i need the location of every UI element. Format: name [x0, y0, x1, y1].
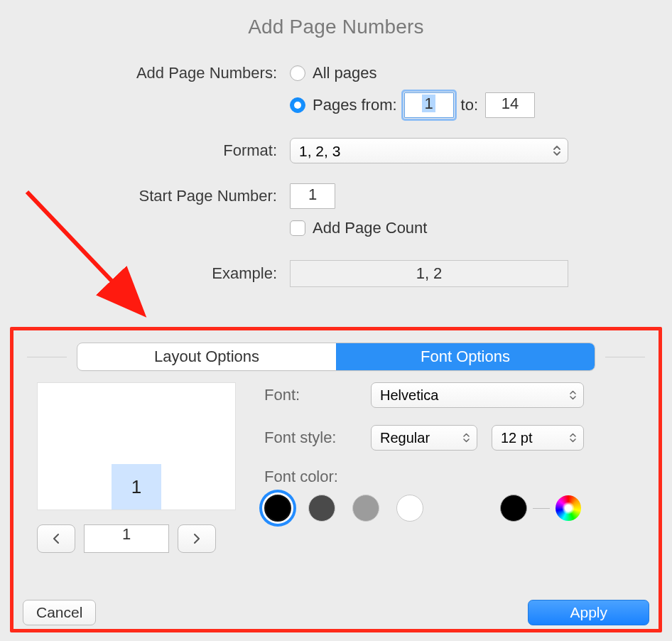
scope-label: Add Page Numbers: — [20, 64, 290, 82]
radio-all-pages-label: All pages — [313, 64, 377, 82]
startnum-label: Start Page Number: — [20, 187, 290, 205]
dialog-title: Add Page Numbers — [20, 16, 652, 38]
pages-to-input[interactable]: 14 — [485, 92, 535, 118]
start-number-input[interactable]: 1 — [290, 183, 335, 209]
format-select[interactable]: 1, 2, 3 — [290, 138, 568, 163]
format-label: Format: — [20, 141, 290, 160]
example-label: Example: — [20, 264, 290, 283]
annotation-highlight-box — [10, 327, 662, 632]
radio-pages-from[interactable] — [290, 97, 305, 113]
add-page-count-checkbox[interactable] — [290, 220, 305, 236]
example-value: 1, 2 — [290, 260, 568, 287]
radio-pages-from-label: Pages from: — [313, 96, 397, 114]
radio-all-pages[interactable] — [290, 65, 305, 81]
add-page-count-label: Add Page Count — [313, 219, 427, 237]
pages-from-input[interactable]: 1 — [404, 92, 454, 118]
to-label: to: — [461, 96, 478, 114]
